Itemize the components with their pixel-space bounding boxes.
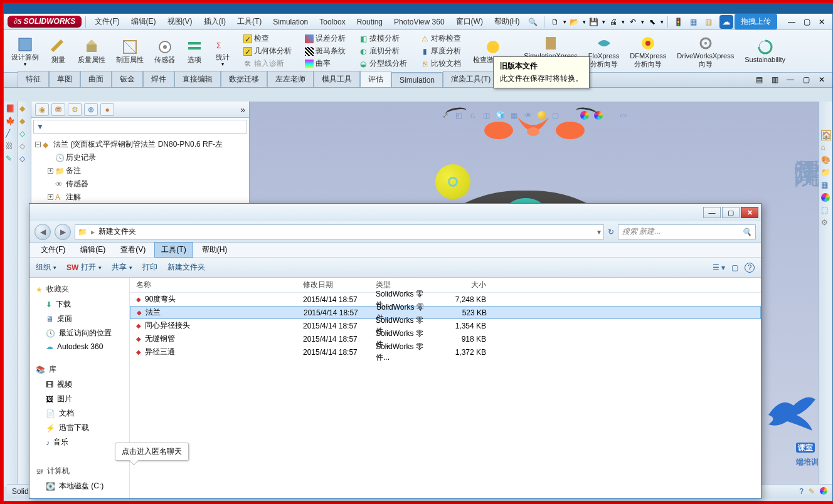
select-icon[interactable]: ⬉	[645, 16, 659, 28]
open-icon[interactable]: 📂	[568, 16, 581, 28]
tab-render[interactable]: 渲染工具(T)	[443, 71, 499, 87]
exp-preview-icon[interactable]: ▢	[731, 263, 738, 272]
side-autodesk[interactable]: ☁Autodesk 360	[29, 340, 129, 353]
lt-book-icon[interactable]: 📕	[6, 104, 16, 114]
new-icon[interactable]: 🗋	[548, 16, 562, 28]
side-recent[interactable]: 🕓最近访问的位置	[29, 326, 129, 340]
exp-share[interactable]: 共享 ▾	[112, 262, 132, 273]
side-diskc[interactable]: 💽本地磁盘 (C:)	[29, 479, 129, 493]
file-row[interactable]: ◆同心异径接头2015/4/14 18:57SolidWorks 零件...1,…	[130, 319, 761, 332]
rib-mass[interactable]: 质量属性	[74, 33, 110, 70]
exp-open[interactable]: SW 打开 ▾	[66, 262, 102, 273]
col-date[interactable]: 修改日期	[297, 280, 369, 290]
rt-palette-icon[interactable]: 🎨	[821, 155, 831, 165]
drag-upload-button[interactable]: 拖拽上传	[735, 14, 777, 29]
cloud-icon[interactable]: ☁	[719, 15, 733, 29]
prev-view-icon[interactable]: ⎌	[467, 110, 479, 121]
doc-tile-h-icon[interactable]: ▤	[752, 73, 766, 86]
exp-menu-tools[interactable]: 工具(T)	[154, 242, 193, 258]
tab-sheetmetal[interactable]: 钣金	[112, 71, 143, 87]
tree-memo[interactable]: +📁备注	[35, 164, 245, 177]
tab-sketch[interactable]: 草图	[49, 71, 80, 87]
window-close-icon[interactable]: ✕	[815, 16, 829, 28]
menu-edit[interactable]: 编辑(E)	[126, 14, 161, 29]
rt-house-icon[interactable]: 🏠	[821, 130, 831, 140]
tab-sim[interactable]: Simulation	[391, 73, 443, 87]
refresh-icon[interactable]: ↻	[608, 228, 614, 236]
rib-err[interactable]: 误差分析	[304, 33, 347, 45]
tab-mold[interactable]: 模具工具	[314, 71, 360, 87]
tree-annot[interactable]: +A注解	[35, 191, 245, 204]
collapse-icon[interactable]: »	[240, 105, 245, 115]
rib-undercut[interactable]: ◐底切分析	[358, 45, 401, 57]
fp-prop-icon[interactable]: ⚙	[68, 103, 82, 116]
status-edit-icon[interactable]: ✎	[809, 487, 815, 496]
rib-diag[interactable]: 🛠输入诊断	[242, 58, 285, 70]
search-icon[interactable]: 🔍	[526, 16, 540, 28]
rib-stat[interactable]: Σ 统计▾	[210, 33, 236, 70]
nav-back-icon[interactable]: ◀	[34, 224, 51, 240]
lt-mag-icon[interactable]: 🍁	[6, 117, 16, 127]
menu-toolbox[interactable]: Toolbox	[314, 16, 350, 28]
tab-weldment[interactable]: 焊件	[143, 71, 174, 87]
rib-floxpress[interactable]: FloXpress 分析向导	[585, 33, 624, 70]
exp-newfolder[interactable]: 新建文件夹	[167, 262, 205, 273]
lt2-c-icon[interactable]: ◇	[19, 129, 29, 139]
rt-home-icon[interactable]: ⌂	[821, 143, 831, 153]
file-row[interactable]: ◆异径三通2015/4/14 18:57SolidWorks 零件...1,37…	[130, 345, 761, 359]
side-thunder[interactable]: ⚡迅雷下载	[29, 421, 129, 435]
section-view-icon[interactable]: ◫	[481, 110, 492, 121]
explorer-max-icon[interactable]: ▢	[722, 207, 740, 218]
tab-datamigr[interactable]: 数据迁移	[221, 71, 267, 87]
side-downloads[interactable]: ⬇下载	[29, 297, 129, 312]
menu-window[interactable]: 窗口(W)	[451, 14, 488, 29]
menu-view[interactable]: 视图(V)	[162, 14, 198, 29]
traffic-icon[interactable]: 🚦	[672, 16, 686, 28]
rib-parting[interactable]: ◒分型线分析	[358, 58, 408, 70]
lt-line-icon[interactable]: ╱	[6, 129, 16, 139]
rt-gear-icon[interactable]: ⚙	[821, 218, 831, 228]
exp-menu-view[interactable]: 查看(V)	[114, 243, 152, 257]
explorer-titlebar[interactable]: — ▢ ✕	[29, 204, 761, 221]
nav-fwd-icon[interactable]: ▶	[55, 224, 71, 240]
menu-tools[interactable]: 工具(T)	[232, 14, 267, 29]
explorer-search[interactable]: 搜索 新建... 🔍	[618, 224, 756, 239]
expander-icon[interactable]: −	[35, 142, 41, 147]
rib-curv[interactable]: 曲率	[304, 58, 332, 70]
explorer-close-icon[interactable]: ✕	[741, 207, 758, 218]
tab-directedit[interactable]: 直接编辑	[174, 71, 221, 87]
screen-icon[interactable]: ▭	[618, 110, 629, 121]
view-orient-icon[interactable]: 🧊	[495, 110, 506, 121]
lt-green-icon[interactable]: ✎	[6, 154, 16, 164]
side-doc[interactable]: 📄文档	[29, 406, 129, 421]
side-library[interactable]: 📚库	[29, 362, 129, 377]
exp-menu-help[interactable]: 帮助(H)	[196, 243, 234, 257]
rebuild-icon[interactable]: ▦	[687, 16, 701, 28]
menu-help[interactable]: 帮助(H)	[489, 14, 525, 29]
fp-fm-icon[interactable]: ◉	[35, 103, 49, 116]
rib-zebra[interactable]: 斑马条纹	[304, 45, 347, 57]
lt2-e-icon[interactable]: ◇	[19, 154, 29, 164]
menu-routing[interactable]: Routing	[352, 16, 388, 28]
tree-sensor[interactable]: 👁传感器	[35, 177, 245, 191]
rt-folder-icon[interactable]: 📁	[821, 168, 831, 178]
doc-tile-v-icon[interactable]: ▥	[768, 73, 782, 86]
fp-conf-icon[interactable]: ⛃	[51, 103, 65, 116]
save-icon[interactable]: 💾	[587, 16, 601, 28]
exp-organize[interactable]: 组织 ▾	[36, 262, 56, 273]
rib-sym[interactable]: ⚠对称检查	[419, 33, 462, 45]
rt-ball-icon[interactable]	[821, 193, 831, 203]
exp-viewmode-icon[interactable]: ☰ ▾	[713, 263, 725, 272]
address-bar[interactable]: 📁 ▸ 新建文件夹 ▾	[75, 224, 604, 239]
rib-sustain[interactable]: Sustainability	[741, 33, 790, 70]
rt-grid-icon[interactable]: ▦	[821, 181, 831, 191]
tree-root[interactable]: − ◆ 法兰 (突面板式平焊钢制管法兰 DN80-PN0.6 RF-左	[35, 138, 245, 151]
option-icon[interactable]: ▥	[702, 16, 716, 28]
breadcrumb[interactable]: 新建文件夹	[98, 226, 136, 237]
side-video[interactable]: 🎞视频	[29, 377, 129, 392]
file-row[interactable]: ◆无缝钢管2015/4/14 18:57SolidWorks 零件...918 …	[130, 332, 761, 345]
rib-thick[interactable]: ▮厚度分析	[419, 45, 462, 57]
lt2-d-icon[interactable]: ◇	[19, 142, 29, 152]
doc-max-icon[interactable]: ▢	[799, 73, 813, 86]
fp-render-icon[interactable]: ●	[100, 103, 114, 116]
